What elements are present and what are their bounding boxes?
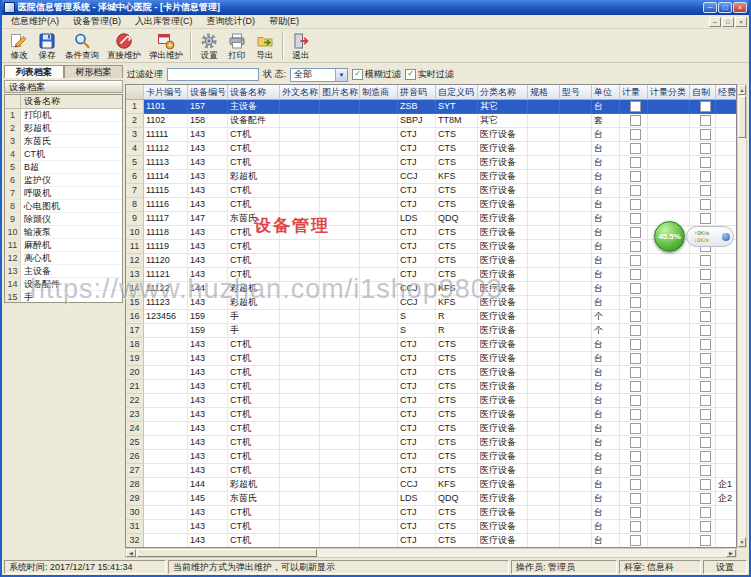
row-number[interactable]: 27 (126, 464, 144, 478)
save-button[interactable]: 保存 (33, 30, 61, 61)
realtime-filter-checkbox[interactable]: ✓ 实时过滤 (405, 68, 454, 81)
cell-meter[interactable] (620, 114, 648, 128)
cell-custom[interactable]: CTS (436, 450, 478, 464)
meter-checkbox[interactable] (630, 115, 641, 126)
cell-py[interactable]: CTJ (398, 534, 436, 548)
cell-py[interactable]: CTJ (398, 254, 436, 268)
cell-foreign[interactable] (280, 338, 320, 352)
cell-fund[interactable] (716, 450, 737, 464)
row-number[interactable]: 6 (126, 170, 144, 184)
row-number[interactable]: 29 (126, 492, 144, 506)
table-row[interactable]: 26143CT机CTJCTS医疗设备台 (126, 450, 736, 464)
cell-custom[interactable]: CTS (436, 226, 478, 240)
cell-foreign[interactable] (280, 198, 320, 212)
cell-spec[interactable] (528, 408, 560, 422)
print-button[interactable]: 打印 (223, 30, 251, 61)
cell-card[interactable] (144, 352, 188, 366)
cell-foreign[interactable] (280, 324, 320, 338)
cell-self[interactable] (690, 436, 716, 450)
list-item-name[interactable]: 心电图机 (21, 200, 122, 213)
cell-self[interactable] (690, 212, 716, 226)
cell-unit[interactable]: 台 (592, 520, 620, 534)
cell-foreign[interactable] (280, 464, 320, 478)
cell-self[interactable] (690, 170, 716, 184)
meter-checkbox[interactable] (630, 395, 641, 406)
cell-unit[interactable]: 台 (592, 142, 620, 156)
cell-model[interactable] (560, 296, 592, 310)
cell-unit[interactable]: 台 (592, 408, 620, 422)
cell-spec[interactable] (528, 128, 560, 142)
cell-py[interactable]: LDS (398, 212, 436, 226)
cell-spec[interactable] (528, 520, 560, 534)
cell-spec[interactable] (528, 478, 560, 492)
cell-card[interactable]: 11111 (144, 128, 188, 142)
cell-name[interactable]: 彩超机 (228, 478, 280, 492)
cell-spec[interactable] (528, 184, 560, 198)
cell-dev[interactable]: 159 (188, 324, 228, 338)
cell-foreign[interactable] (280, 128, 320, 142)
cell-foreign[interactable] (280, 142, 320, 156)
meter-checkbox[interactable] (630, 185, 641, 196)
row-number[interactable]: 20 (126, 366, 144, 380)
cell-custom[interactable]: QDQ (436, 212, 478, 226)
cell-mfr[interactable] (360, 450, 398, 464)
cell-cat[interactable]: 医疗设备 (478, 170, 528, 184)
scroll-left-icon[interactable]: ◀ (126, 549, 136, 557)
cell-metercls[interactable] (648, 128, 690, 142)
cell-mfr[interactable] (360, 366, 398, 380)
cell-model[interactable] (560, 534, 592, 548)
popup-maintain-button[interactable]: 弹出维护 (145, 30, 187, 61)
cell-cat[interactable]: 医疗设备 (478, 226, 528, 240)
cell-meter[interactable] (620, 338, 648, 352)
cell-unit[interactable]: 台 (592, 506, 620, 520)
cell-dev[interactable]: 143 (188, 534, 228, 548)
cell-model[interactable] (560, 338, 592, 352)
cell-name[interactable]: CT机 (228, 128, 280, 142)
cell-mfr[interactable] (360, 352, 398, 366)
row-number[interactable]: 24 (126, 422, 144, 436)
cell-card[interactable]: 11116 (144, 198, 188, 212)
cell-unit[interactable]: 台 (592, 226, 620, 240)
cell-foreign[interactable] (280, 268, 320, 282)
menu-item[interactable]: 设备管理(B) (66, 15, 128, 28)
export-button[interactable]: 导出 (251, 30, 279, 61)
cell-dev[interactable]: 143 (188, 394, 228, 408)
cell-self[interactable] (690, 310, 716, 324)
cell-py[interactable]: CTJ (398, 198, 436, 212)
cell-spec[interactable] (528, 394, 560, 408)
cell-self[interactable] (690, 366, 716, 380)
cell-model[interactable] (560, 170, 592, 184)
cell-metercls[interactable] (648, 170, 690, 184)
cell-pic[interactable] (320, 478, 360, 492)
cell-foreign[interactable] (280, 310, 320, 324)
row-number[interactable]: 1 (126, 100, 144, 114)
meter-checkbox[interactable] (630, 199, 641, 210)
cell-mfr[interactable] (360, 226, 398, 240)
cell-model[interactable] (560, 408, 592, 422)
cell-metercls[interactable] (648, 310, 690, 324)
cell-pic[interactable] (320, 380, 360, 394)
cell-cat[interactable]: 医疗设备 (478, 464, 528, 478)
cell-metercls[interactable] (648, 114, 690, 128)
cell-card[interactable] (144, 464, 188, 478)
cell-py[interactable]: CTJ (398, 436, 436, 450)
cell-model[interactable] (560, 142, 592, 156)
menu-item[interactable]: 信息维护(A) (4, 15, 66, 28)
cell-spec[interactable] (528, 282, 560, 296)
meter-checkbox[interactable] (630, 241, 641, 252)
cell-self[interactable] (690, 128, 716, 142)
cell-card[interactable] (144, 492, 188, 506)
cell-model[interactable] (560, 254, 592, 268)
cell-fund[interactable] (716, 254, 737, 268)
cell-self[interactable] (690, 296, 716, 310)
cell-py[interactable]: ZSB (398, 100, 436, 114)
cell-spec[interactable] (528, 268, 560, 282)
row-number[interactable]: 13 (126, 268, 144, 282)
cell-mfr[interactable] (360, 254, 398, 268)
cell-custom[interactable]: CTS (436, 534, 478, 548)
cell-meter[interactable] (620, 198, 648, 212)
cell-spec[interactable] (528, 366, 560, 380)
cell-spec[interactable] (528, 198, 560, 212)
cell-py[interactable]: CTJ (398, 184, 436, 198)
cell-foreign[interactable] (280, 450, 320, 464)
